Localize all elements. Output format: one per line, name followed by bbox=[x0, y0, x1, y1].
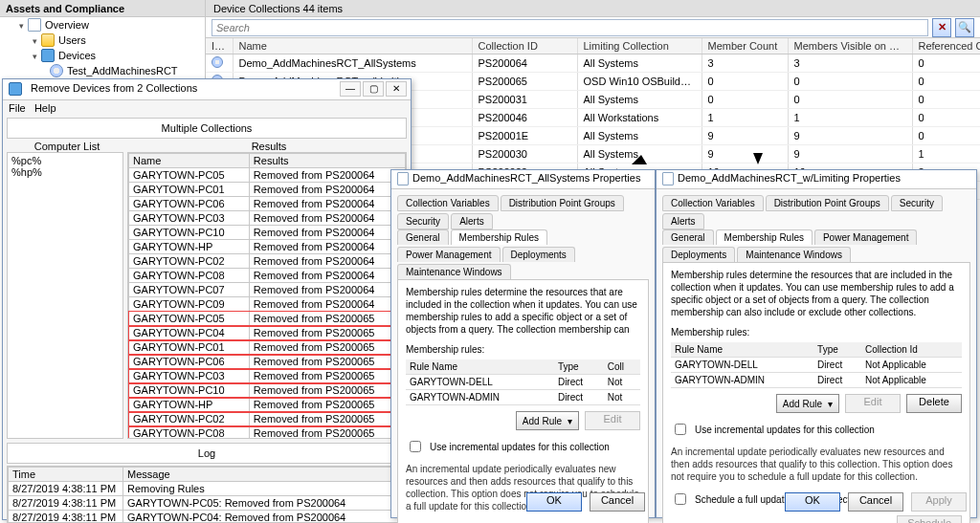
log-col-time[interactable]: Time bbox=[9, 468, 123, 482]
table-row[interactable]: GARYTOWN-PC08Removed from PS200065 bbox=[129, 426, 406, 440]
log-col-message[interactable]: Message bbox=[123, 468, 406, 482]
tab[interactable]: Membership Rules bbox=[451, 229, 547, 245]
tab[interactable]: Deployments bbox=[502, 247, 575, 262]
menu-file[interactable]: File bbox=[9, 102, 26, 114]
tab[interactable]: Security bbox=[891, 195, 943, 211]
table-row[interactable]: GARYTOWN-PC06Removed from PS200065 bbox=[129, 355, 406, 369]
minimize-button[interactable]: — bbox=[340, 81, 361, 97]
nav-item[interactable]: Users bbox=[0, 33, 205, 48]
results-col-results[interactable]: Results bbox=[249, 154, 405, 168]
close-button[interactable]: ✕ bbox=[386, 81, 407, 97]
computer-list[interactable]: %pc%%hp% bbox=[7, 152, 123, 439]
chevron-down-icon: ▾ bbox=[828, 398, 833, 410]
column-header[interactable]: Members Visible on Site bbox=[788, 38, 912, 54]
tab[interactable]: Alerts bbox=[451, 213, 493, 229]
table-row[interactable]: GARYTOWN-HPRemoved from PS200065 bbox=[129, 398, 406, 412]
table-row[interactable]: GARYTOWN-DELLDirectNot bbox=[406, 375, 640, 390]
expand-icon bbox=[19, 19, 24, 31]
tab[interactable]: General bbox=[662, 229, 714, 245]
schedule-button[interactable]: Schedule bbox=[897, 515, 962, 523]
column-header[interactable]: Icon bbox=[206, 38, 233, 54]
prop-a-body: Membership rules determine the resources… bbox=[397, 279, 649, 523]
incremental-checkbox[interactable]: Use incremental updates for this collect… bbox=[671, 421, 962, 438]
table-row[interactable]: GARYTOWN-PC10Removed from PS200064 bbox=[129, 226, 406, 240]
tree-icon bbox=[41, 33, 55, 47]
column-header[interactable]: Name bbox=[233, 38, 472, 54]
tab[interactable]: Distribution Point Groups bbox=[766, 195, 889, 211]
prop-b-title: Demo_AddMachinesRCT_w/Limiting Propertie… bbox=[678, 172, 901, 184]
dialog-icon bbox=[9, 82, 22, 96]
delete-button[interactable]: Delete bbox=[906, 394, 962, 413]
dialog-title: Remove Devices from 2 Collections bbox=[31, 82, 197, 94]
column-header[interactable]: Limiting Collection bbox=[577, 38, 702, 54]
list-item[interactable]: %hp% bbox=[11, 166, 119, 178]
tab[interactable]: Distribution Point Groups bbox=[501, 195, 624, 211]
tab[interactable]: Power Management bbox=[814, 229, 918, 245]
add-rule-dropdown[interactable]: Add Rule ▾ bbox=[516, 411, 579, 430]
table-row[interactable]: GARYTOWN-ADMINDirectNot bbox=[406, 390, 640, 405]
ok-button[interactable]: OK bbox=[785, 492, 840, 512]
table-row[interactable]: GARYTOWN-PC07Removed from PS200064 bbox=[129, 283, 406, 297]
cancel-button[interactable]: Cancel bbox=[848, 492, 903, 512]
tab[interactable]: General bbox=[397, 229, 449, 245]
apply-button[interactable]: Apply bbox=[911, 492, 967, 512]
tab[interactable]: Maintenance Windows bbox=[397, 264, 511, 279]
nav-item[interactable]: Test_AddMachinesRCT bbox=[0, 63, 205, 78]
tab[interactable]: Collection Variables bbox=[397, 195, 499, 211]
table-row[interactable]: GARYTOWN-PC03Removed from PS200064 bbox=[129, 211, 406, 226]
table-row[interactable]: GARYTOWN-HPRemoved from PS200064 bbox=[129, 240, 406, 254]
edit-button[interactable]: Edit bbox=[845, 394, 901, 413]
column-header[interactable]: Referenced Collections bbox=[912, 38, 980, 54]
table-row[interactable]: GARYTOWN-PC02Removed from PS200064 bbox=[129, 254, 406, 269]
ok-button[interactable]: OK bbox=[526, 492, 582, 512]
tab[interactable]: Power Management bbox=[397, 247, 501, 262]
table-row[interactable]: GARYTOWN-PC09Removed from PS200064 bbox=[129, 297, 406, 312]
table-row[interactable]: 8/27/2019 4:38:11 PMGARYTOWN-PC05: Remov… bbox=[9, 496, 406, 511]
tab[interactable]: Security bbox=[397, 213, 449, 229]
table-row[interactable]: GARYTOWN-PC01Removed from PS200064 bbox=[129, 183, 406, 197]
rules-col-name[interactable]: Rule Name bbox=[406, 360, 554, 375]
nav-item[interactable]: Overview bbox=[0, 17, 205, 33]
tab[interactable]: Maintenance Windows bbox=[737, 247, 851, 262]
rules-col-name[interactable]: Rule Name bbox=[671, 342, 813, 358]
clear-search-button[interactable]: ✕ bbox=[932, 18, 951, 37]
table-row[interactable]: 8/27/2019 4:38:11 PMRemoving Rules bbox=[9, 482, 406, 496]
table-row[interactable]: GARYTOWN-DELLDirectNot Applicable bbox=[671, 358, 962, 373]
results-col-name[interactable]: Name bbox=[129, 154, 250, 168]
tab[interactable]: Deployments bbox=[662, 247, 735, 262]
results-header: Results bbox=[131, 141, 407, 152]
column-header[interactable]: Member Count bbox=[702, 38, 788, 54]
table-row[interactable]: GARYTOWN-PC06Removed from PS200064 bbox=[129, 197, 406, 211]
search-input[interactable] bbox=[212, 19, 928, 36]
list-item[interactable]: %pc% bbox=[11, 155, 119, 166]
table-row[interactable]: GARYTOWN-ADMINDirectNot Applicable bbox=[671, 373, 962, 388]
tab[interactable]: Collection Variables bbox=[662, 195, 764, 211]
tab[interactable]: Alerts bbox=[662, 213, 704, 229]
edit-button[interactable]: Edit bbox=[585, 411, 640, 430]
cancel-button[interactable]: Cancel bbox=[590, 492, 645, 512]
table-row[interactable]: GARYTOWN-PC08Removed from PS200064 bbox=[129, 269, 406, 283]
table-row[interactable]: GARYTOWN-PC10Removed from PS200065 bbox=[129, 383, 406, 398]
rules-col-type[interactable]: Type bbox=[554, 360, 604, 375]
column-header[interactable]: Collection ID bbox=[472, 38, 577, 54]
nav-item-label: Devices bbox=[58, 50, 96, 61]
table-row[interactable]: GARYTOWN-PC05Removed from PS200065 bbox=[129, 312, 406, 326]
menu-help[interactable]: Help bbox=[34, 102, 56, 114]
table-row[interactable]: GARYTOWN-PC03Removed from PS200065 bbox=[129, 369, 406, 383]
rules-col-coll[interactable]: Collection Id bbox=[861, 342, 962, 358]
table-row[interactable]: GARYTOWN-PC05Removed from PS200064 bbox=[129, 168, 406, 183]
table-row[interactable]: GARYTOWN-PC01Removed from PS200065 bbox=[129, 340, 406, 355]
table-row[interactable]: GARYTOWN-PC04Removed from PS200065 bbox=[129, 326, 406, 340]
search-button[interactable]: 🔍 bbox=[955, 18, 974, 37]
add-rule-dropdown[interactable]: Add Rule ▾ bbox=[776, 394, 839, 413]
maximize-button[interactable]: ▢ bbox=[363, 81, 384, 97]
incremental-checkbox[interactable]: Use incremental updates for this collect… bbox=[406, 438, 640, 455]
rules-col-coll[interactable]: Coll bbox=[604, 360, 640, 375]
table-row[interactable]: GARYTOWN-PC02Removed from PS200065 bbox=[129, 412, 406, 426]
rules-col-type[interactable]: Type bbox=[813, 342, 861, 358]
table-row[interactable]: 8/27/2019 4:38:11 PMGARYTOWN-PC04: Remov… bbox=[9, 511, 406, 524]
remove-devices-dialog: Remove Devices from 2 Collections — ▢ ✕ … bbox=[2, 78, 412, 520]
table-row[interactable]: Demo_AddMachinesRCT_AllSystemsPS200064Al… bbox=[206, 54, 980, 73]
nav-item[interactable]: Devices bbox=[0, 48, 205, 63]
tab[interactable]: Membership Rules bbox=[716, 229, 813, 245]
